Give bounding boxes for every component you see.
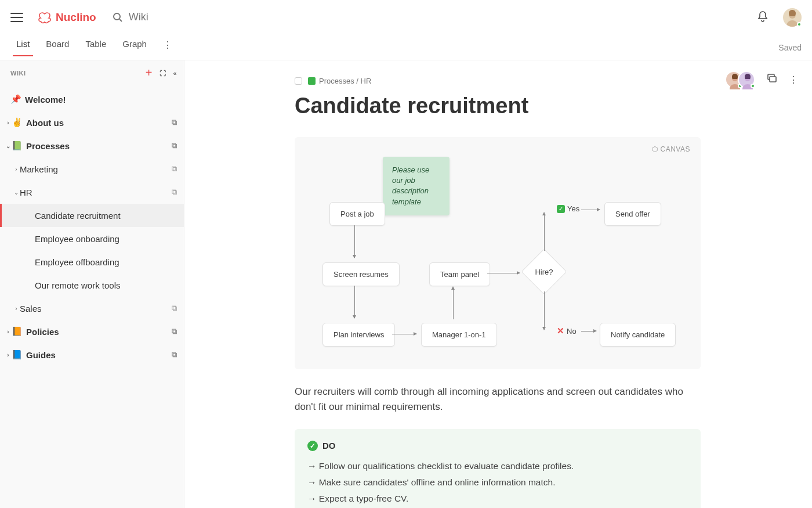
- canvas-label: CANVAS: [652, 145, 690, 153]
- arrow: [544, 212, 545, 251]
- document: Processes / HR Candidate recruitment CAN…: [184, 60, 812, 508]
- sidebar-item[interactable]: ›📙Policies⧉: [0, 320, 184, 343]
- label-no: ✕No: [557, 326, 577, 336]
- topbar: Nuclino Wiki: [0, 0, 812, 35]
- arrow: [544, 291, 545, 330]
- arrow: [392, 334, 416, 334]
- node-screen: Screen resumes: [322, 262, 400, 286]
- node-team: Team panel: [429, 262, 490, 286]
- sidebar-item[interactable]: ›📘Guides⧉: [0, 343, 184, 366]
- copy-icon[interactable]: ⧉: [172, 118, 177, 127]
- copy-icon[interactable]: ⧉: [172, 304, 177, 313]
- sidebar-item[interactable]: Employee offboarding: [0, 250, 184, 273]
- sidebar-item[interactable]: ›Sales⧉: [0, 297, 184, 320]
- do-item: Follow our qualifications checklist to e…: [307, 458, 688, 474]
- view-tab-table[interactable]: Table: [85, 39, 106, 56]
- viewbar: List Board Table Graph ⋮ Saved: [0, 35, 812, 60]
- node-offer: Send offer: [604, 202, 661, 226]
- node-hire: Hire?: [521, 248, 567, 294]
- breadcrumb[interactable]: Processes / HR: [295, 77, 766, 85]
- logo[interactable]: Nuclino: [37, 11, 96, 24]
- sidebar-item[interactable]: ›Marketing⧉: [0, 157, 184, 181]
- search[interactable]: Wiki: [113, 11, 148, 23]
- book-icon: [308, 77, 316, 85]
- notifications-button[interactable]: [757, 10, 768, 24]
- arrow: [487, 273, 520, 273]
- arrow: [453, 287, 454, 319]
- node-notify: Notify candidate: [600, 323, 676, 347]
- copy-icon[interactable]: ⧉: [172, 350, 177, 359]
- label-yes: ✓Yes: [557, 204, 579, 213]
- svg-point-0: [114, 13, 120, 20]
- do-callout: ✓ DO Follow our qualifications checklist…: [295, 429, 701, 508]
- search-icon: [113, 12, 123, 23]
- add-item-button[interactable]: +: [146, 66, 153, 80]
- svg-rect-6: [770, 77, 776, 82]
- checkbox-icon[interactable]: [295, 77, 302, 85]
- app-name: Nuclino: [56, 11, 96, 24]
- status-dot-icon: [797, 22, 802, 27]
- view-tab-board[interactable]: Board: [46, 39, 69, 56]
- do-item: Expect a typo-free CV.: [307, 491, 688, 507]
- sidebar-heading: WIKI: [10, 70, 26, 77]
- copy-icon[interactable]: ⧉: [172, 188, 177, 197]
- sidebar-item[interactable]: Our remote work tools: [0, 273, 184, 297]
- page-title[interactable]: Candidate recruitment: [295, 93, 766, 118]
- arrow: [581, 210, 600, 210]
- canvas-embed[interactable]: CANVAS Please use our job description te…: [295, 137, 701, 369]
- view-tab-list[interactable]: List: [16, 39, 30, 56]
- breadcrumb-text: Processes / HR: [319, 77, 371, 85]
- do-heading: ✓ DO: [307, 441, 688, 451]
- main: ⋮ Processes / HR Candidate recruitment C…: [184, 60, 812, 508]
- arrow: [354, 225, 355, 258]
- expand-icon[interactable]: ⛶: [160, 70, 166, 77]
- sticky-note: Please use our job description template: [383, 157, 449, 215]
- sidebar-item[interactable]: Employee onboarding: [0, 227, 184, 250]
- menu-button[interactable]: [10, 13, 23, 22]
- paragraph-1[interactable]: Our recruiters will comb through all inc…: [295, 384, 701, 415]
- brain-icon: [37, 11, 52, 24]
- copy-icon[interactable]: ⧉: [172, 164, 177, 174]
- comments-button[interactable]: [767, 73, 777, 86]
- sidebar-header: WIKI + ⛶ «: [0, 60, 184, 85]
- sidebar-item[interactable]: ⌄📗Processes⧉: [0, 134, 184, 157]
- doc-more-button[interactable]: ⋮: [789, 74, 798, 85]
- sidebar: WIKI + ⛶ « 📌Welcome!›✌️About us⧉⌄📗Proces…: [0, 60, 184, 508]
- do-item: Make sure candidates' offline and online…: [307, 474, 688, 491]
- sidebar-item[interactable]: Candidate recruitment: [0, 204, 184, 227]
- bell-icon: [757, 10, 768, 22]
- copy-icon[interactable]: ⧉: [172, 141, 177, 150]
- svg-line-1: [119, 19, 122, 21]
- collaborators[interactable]: [725, 71, 755, 88]
- check-circle-icon: ✓: [307, 441, 318, 451]
- arrow: [581, 331, 596, 332]
- tree: 📌Welcome!›✌️About us⧉⌄📗Processes⧉›Market…: [0, 85, 184, 369]
- search-placeholder: Wiki: [129, 11, 148, 23]
- sidebar-item[interactable]: ›✌️About us⧉: [0, 111, 184, 134]
- node-plan: Plan interviews: [322, 323, 395, 347]
- copy-icon[interactable]: ⧉: [172, 327, 177, 336]
- sidebar-item[interactable]: ⌄HR⧉: [0, 181, 184, 204]
- sidebar-item[interactable]: 📌Welcome!: [0, 88, 184, 111]
- user-avatar[interactable]: [783, 8, 802, 27]
- node-manager: Manager 1-on-1: [421, 323, 497, 347]
- view-more-button[interactable]: ⋮: [163, 39, 172, 55]
- node-post: Post a job: [329, 202, 385, 226]
- chat-icon: [767, 73, 777, 84]
- view-tab-graph[interactable]: Graph: [122, 39, 147, 56]
- arrow: [354, 286, 355, 318]
- doc-toolbar: ⋮: [725, 71, 798, 88]
- save-status: Saved: [778, 43, 802, 52]
- collapse-icon[interactable]: «: [173, 70, 177, 77]
